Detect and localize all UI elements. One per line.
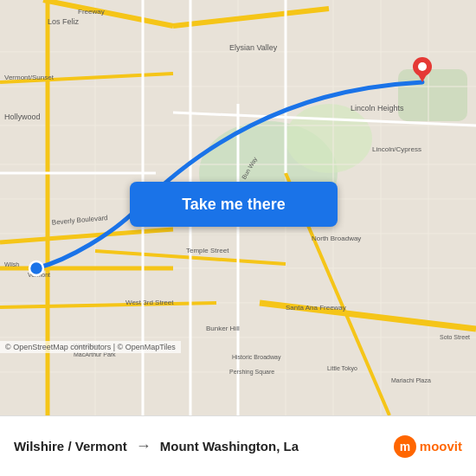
svg-text:Temple Street: Temple Street	[186, 247, 229, 254]
svg-text:Los Feliz: Los Feliz	[48, 17, 80, 26]
svg-text:Bunker Hill: Bunker Hill	[206, 325, 240, 332]
map-container: Los Feliz Hollywood Elysian Valley Linco…	[0, 0, 476, 415]
arrow-icon: →	[136, 437, 151, 455]
svg-point-65	[418, 62, 427, 71]
svg-text:North Broadway: North Broadway	[312, 235, 361, 242]
take-me-there-button[interactable]: Take me there	[130, 182, 338, 227]
svg-text:Elysian Valley: Elysian Valley	[229, 43, 278, 52]
svg-text:Historic Broadway: Historic Broadway	[232, 354, 281, 361]
to-location: Mount Washington, La	[160, 439, 299, 453]
from-location: Wilshire / Vermont	[14, 439, 127, 453]
moovit-brand-text: moovit	[420, 439, 462, 453]
svg-text:Soto Street: Soto Street	[440, 334, 470, 340]
svg-text:Lincoln Heights: Lincoln Heights	[351, 104, 404, 113]
svg-text:m: m	[400, 440, 410, 453]
svg-text:Lincoln/Cypress: Lincoln/Cypress	[372, 145, 421, 153]
svg-text:Hollywood: Hollywood	[4, 113, 41, 121]
svg-text:Vermont/Sunset: Vermont/Sunset	[4, 74, 55, 81]
moovit-logo: m moovit	[394, 435, 462, 458]
svg-text:Pershing Square: Pershing Square	[229, 369, 274, 376]
svg-point-2	[286, 104, 372, 173]
svg-point-62	[29, 261, 43, 275]
map-attribution: © OpenStreetMap contributors | © OpenMap…	[0, 341, 181, 353]
bottom-bar: Wilshire / Vermont → Mount Washington, L…	[0, 415, 476, 476]
svg-rect-3	[398, 69, 467, 121]
moovit-logo-icon: m	[394, 435, 416, 458]
svg-text:Santa Ana Freeway: Santa Ana Freeway	[286, 304, 346, 312]
svg-text:Wilsh: Wilsh	[4, 261, 19, 267]
svg-text:Freeway: Freeway	[78, 8, 105, 16]
svg-text:Mariachi Plaza: Mariachi Plaza	[391, 377, 431, 383]
svg-text:Little Tokyo: Little Tokyo	[327, 365, 357, 372]
svg-text:West 3rd Street: West 3rd Street	[125, 299, 174, 306]
